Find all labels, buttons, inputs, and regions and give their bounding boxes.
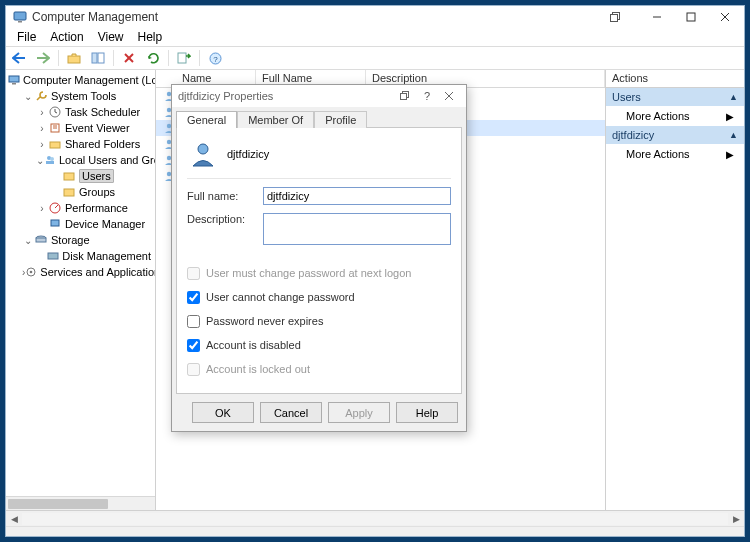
- menu-file[interactable]: File: [10, 29, 43, 45]
- tree-label: Users: [79, 169, 114, 183]
- collapse-icon[interactable]: ⌄: [22, 91, 34, 102]
- tree-root[interactable]: Computer Management (Local: [8, 72, 155, 88]
- tools-icon: [34, 89, 48, 103]
- tree-label: Local Users and Groups: [59, 154, 155, 166]
- cancel-button[interactable]: Cancel: [260, 402, 322, 423]
- tree-local-users-groups[interactable]: ⌄Local Users and Groups: [36, 152, 155, 168]
- dialog-username: djtfdizicy: [227, 148, 269, 160]
- collapse-icon[interactable]: ⌄: [22, 235, 34, 246]
- tree-label: Device Manager: [65, 218, 145, 230]
- shared-folder-icon: [48, 137, 62, 151]
- tree-system-tools[interactable]: ⌄ System Tools: [22, 88, 155, 104]
- svg-rect-2: [612, 12, 619, 19]
- checkbox-input[interactable]: [187, 291, 200, 304]
- expand-icon[interactable]: ›: [36, 107, 48, 118]
- back-arrow-icon[interactable]: [8, 48, 30, 68]
- tree-shared-folders[interactable]: ›Shared Folders: [36, 136, 155, 152]
- actions-more-selected[interactable]: More Actions ▶: [606, 144, 744, 164]
- tree-horizontal-scrollbar[interactable]: [6, 496, 155, 510]
- tree-users[interactable]: Users: [50, 168, 155, 184]
- tree-label: Groups: [79, 186, 115, 198]
- expand-icon[interactable]: ›: [36, 123, 48, 134]
- actions-section-users[interactable]: Users ▲: [606, 88, 744, 106]
- bottom-scrollbar[interactable]: ◀ ▶: [6, 510, 744, 526]
- full-name-field[interactable]: [263, 187, 451, 205]
- checkbox-account-disabled[interactable]: Account is disabled: [187, 337, 451, 353]
- computer-management-icon: [12, 9, 28, 25]
- svg-rect-3: [610, 14, 617, 21]
- svg-rect-27: [64, 189, 74, 196]
- actions-item-label: More Actions: [626, 148, 690, 160]
- scroll-right-icon[interactable]: ▶: [728, 512, 744, 526]
- menu-view[interactable]: View: [91, 29, 131, 45]
- checkbox-cannot-change-password[interactable]: User cannot change password: [187, 289, 451, 305]
- actions-header: Actions: [606, 70, 744, 88]
- chevron-right-icon: ▶: [726, 111, 734, 122]
- scroll-left-icon[interactable]: ◀: [6, 512, 22, 526]
- tree-storage[interactable]: ⌄Storage: [22, 232, 155, 248]
- svg-rect-31: [36, 238, 46, 242]
- tree-device-manager[interactable]: Device Manager: [36, 216, 155, 232]
- folder-icon: [62, 169, 76, 183]
- tab-member-of[interactable]: Member Of: [237, 111, 314, 128]
- apply-button[interactable]: Apply: [328, 402, 390, 423]
- help-button[interactable]: Help: [396, 402, 458, 423]
- dialog-title-bar: djtfdizicy Properties ?: [172, 85, 466, 107]
- delete-icon[interactable]: [118, 48, 140, 68]
- checkbox-label: Password never expires: [206, 315, 323, 327]
- restore-down-extra-icon[interactable]: [598, 7, 632, 27]
- tab-page-general: djtfdizicy Full name: Description: User …: [176, 127, 462, 394]
- ok-button[interactable]: OK: [192, 402, 254, 423]
- checkbox-input[interactable]: [187, 339, 200, 352]
- expand-icon[interactable]: ›: [36, 139, 48, 150]
- expand-icon[interactable]: ›: [36, 203, 48, 214]
- svg-rect-13: [178, 53, 186, 63]
- close-button[interactable]: [708, 7, 742, 27]
- tree-task-scheduler[interactable]: ›Task Scheduler: [36, 104, 155, 120]
- tree-label: System Tools: [51, 90, 116, 102]
- collapse-triangle-icon: ▲: [729, 130, 738, 140]
- dialog-title: djtfdizicy Properties: [178, 90, 273, 102]
- tree-label: Task Scheduler: [65, 106, 140, 118]
- help-icon[interactable]: ?: [204, 48, 226, 68]
- dialog-close-icon[interactable]: [438, 87, 460, 105]
- tree-label: Services and Applications: [40, 266, 155, 278]
- folder-icon: [62, 185, 76, 199]
- checkbox-password-never-expires[interactable]: Password never expires: [187, 313, 451, 329]
- tree-services-apps[interactable]: ›Services and Applications: [22, 264, 155, 280]
- window-controls: [598, 7, 742, 27]
- tree-groups[interactable]: Groups: [50, 184, 155, 200]
- performance-icon: [48, 201, 62, 215]
- actions-section-selected-user[interactable]: djtfdizicy ▲: [606, 126, 744, 144]
- minimize-button[interactable]: [640, 7, 674, 27]
- actions-section-label: djtfdizicy: [612, 129, 654, 141]
- navigation-tree[interactable]: Computer Management (Local ⌄ System Tool…: [6, 70, 155, 496]
- tree-performance[interactable]: ›Performance: [36, 200, 155, 216]
- svg-rect-0: [14, 12, 26, 20]
- export-list-icon[interactable]: [173, 48, 195, 68]
- svg-line-7: [721, 13, 729, 21]
- dialog-button-row: OK Cancel Apply Help: [172, 394, 466, 431]
- svg-rect-42: [401, 94, 407, 100]
- tab-general[interactable]: General: [176, 111, 237, 128]
- description-field[interactable]: [263, 213, 451, 245]
- tab-strip: General Member Of Profile: [172, 107, 466, 127]
- restore-down-icon[interactable]: [394, 87, 416, 105]
- actions-more-users[interactable]: More Actions ▶: [606, 106, 744, 126]
- dialog-help-icon[interactable]: ?: [416, 87, 438, 105]
- tab-profile[interactable]: Profile: [314, 111, 367, 128]
- show-hide-tree-icon[interactable]: [87, 48, 109, 68]
- tree-disk-management[interactable]: Disk Management: [36, 248, 155, 264]
- checkbox-input[interactable]: [187, 315, 200, 328]
- tree-event-viewer[interactable]: ›Event Viewer: [36, 120, 155, 136]
- forward-arrow-icon[interactable]: [32, 48, 54, 68]
- tree-label: Storage: [51, 234, 90, 246]
- device-icon: [48, 217, 62, 231]
- up-level-icon[interactable]: [63, 48, 85, 68]
- full-name-label: Full name:: [187, 190, 257, 202]
- maximize-button[interactable]: [674, 7, 708, 27]
- menu-help[interactable]: Help: [131, 29, 170, 45]
- refresh-icon[interactable]: [142, 48, 164, 68]
- menu-action[interactable]: Action: [43, 29, 90, 45]
- collapse-icon[interactable]: ⌄: [36, 155, 44, 166]
